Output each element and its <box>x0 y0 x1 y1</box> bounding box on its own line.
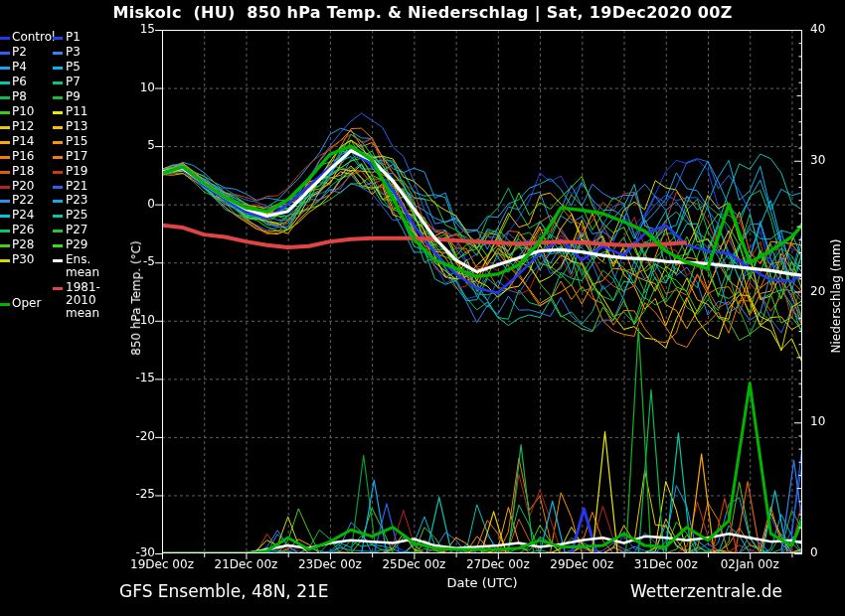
legend-label: P1 <box>66 31 81 44</box>
legend-label: P21 <box>66 180 88 193</box>
legend-label: P13 <box>66 120 88 133</box>
legend-swatch <box>0 215 10 218</box>
legend-label: Oper <box>12 297 41 310</box>
x-tick-label: 02Jan 00z <box>705 557 794 571</box>
legend-swatch <box>0 200 10 203</box>
legend-swatch <box>53 96 63 99</box>
y-right-tick-label: 30 <box>810 153 845 167</box>
y-left-tick-label: 0 <box>117 197 155 211</box>
legend-label: P7 <box>66 76 81 88</box>
legend-label: P14 <box>12 135 35 148</box>
legend-label: P17 <box>66 150 88 163</box>
legend-swatch <box>0 52 10 55</box>
footer-site-name: Wetterzentrale.de <box>630 581 782 601</box>
y-left-tick-label: 15 <box>117 22 155 36</box>
legend-swatch <box>53 230 63 232</box>
legend-swatch <box>53 67 63 70</box>
x-tick-label: 25Dec 00z <box>369 557 458 571</box>
legend-swatch <box>0 244 10 247</box>
legend-label: P25 <box>66 209 88 222</box>
legend-label: P30 <box>12 253 35 266</box>
legend-swatch <box>0 186 10 189</box>
legend-label: P3 <box>66 46 81 59</box>
x-axis-label: Date (UTC) <box>383 575 582 590</box>
y-left-tick-label: -10 <box>117 313 155 327</box>
y-left-tick-label: -20 <box>117 429 155 443</box>
legend-swatch <box>0 111 10 114</box>
legend-swatch <box>53 200 63 203</box>
legend-swatch <box>0 171 10 174</box>
y-right-tick-label: 20 <box>810 284 845 298</box>
y-right-tick-label: 40 <box>810 22 845 36</box>
legend-label: P26 <box>12 224 35 236</box>
y-right-tick-label: 0 <box>810 545 845 559</box>
x-tick-label: 31Dec 00z <box>621 557 711 571</box>
legend-label: P19 <box>66 165 88 178</box>
legend-label: 1981-2010 mean <box>66 281 100 320</box>
legend-swatch <box>53 215 63 218</box>
legend-label: P4 <box>12 61 27 74</box>
legend-label: Control <box>12 31 55 44</box>
legend-label: P9 <box>66 90 81 103</box>
legend-label: P20 <box>12 180 35 193</box>
legend-label: P18 <box>12 165 35 178</box>
legend-label: P24 <box>12 209 35 222</box>
x-tick-label: 23Dec 00z <box>285 557 375 571</box>
y-left-tick-label: -25 <box>117 487 155 501</box>
y-left-tick-label: -5 <box>117 254 155 268</box>
legend-label: P12 <box>12 120 35 133</box>
legend-label: P11 <box>66 105 88 118</box>
legend-label: P8 <box>12 90 27 103</box>
x-tick-label: 21Dec 00z <box>201 557 290 571</box>
legend-swatch <box>53 111 63 114</box>
legend-swatch <box>0 259 10 262</box>
legend-swatch <box>53 244 63 247</box>
x-tick-label: 19Dec 00z <box>117 557 207 571</box>
legend-label: P16 <box>12 150 35 163</box>
legend-swatch <box>53 171 63 174</box>
legend-swatch <box>0 126 10 129</box>
legend-swatch <box>0 96 10 99</box>
legend-label: P5 <box>66 61 81 74</box>
legend-label: Ens. mean <box>66 253 99 279</box>
y-left-tick-label: -15 <box>117 371 155 385</box>
legend-swatch <box>0 156 10 159</box>
legend-swatch <box>0 141 10 144</box>
legend-swatch <box>53 186 63 189</box>
y-right-tick-label: 10 <box>810 414 845 428</box>
legend-swatch <box>0 230 10 232</box>
legend-label: P15 <box>66 135 88 148</box>
legend-swatch <box>0 81 10 84</box>
legend-swatch <box>53 81 63 84</box>
legend-swatch <box>53 259 63 262</box>
legend-swatch <box>53 287 63 290</box>
chart-title: Miskolc (HU) 850 hPa Temp. & Niederschla… <box>0 3 845 22</box>
legend-label: P10 <box>12 105 35 118</box>
legend-label: P27 <box>66 224 88 236</box>
legend-swatch <box>0 37 10 40</box>
legend-swatch <box>0 67 10 70</box>
x-tick-label: 29Dec 00z <box>537 557 626 571</box>
y-left-tick-label: 5 <box>117 138 155 152</box>
legend-swatch <box>53 52 63 55</box>
legend-swatch <box>53 37 63 40</box>
meteogram: Miskolc (HU) 850 hPa Temp. & Niederschla… <box>0 0 845 616</box>
legend-label: P23 <box>66 194 88 207</box>
legend-swatch <box>53 141 63 144</box>
legend-swatch <box>53 126 63 129</box>
legend-label: P22 <box>12 194 35 207</box>
footer-model-info: GFS Ensemble, 48N, 21E <box>119 581 329 601</box>
legend-label: P2 <box>12 46 27 59</box>
legend-label: P6 <box>12 76 27 88</box>
legend-swatch <box>0 303 10 306</box>
legend-swatch <box>53 156 63 159</box>
legend-label: P28 <box>12 238 35 251</box>
x-tick-label: 27Dec 00z <box>453 557 543 571</box>
y-left-tick-label: 10 <box>117 80 155 94</box>
legend-label: P29 <box>66 238 88 251</box>
